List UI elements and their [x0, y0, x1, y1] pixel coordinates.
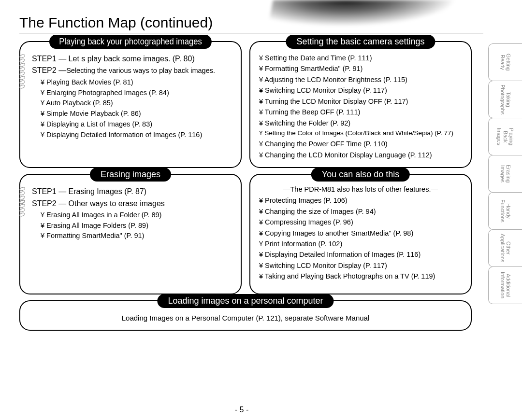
erasing-items: ¥ Erasing All Images in a Folder (P. 89)… [41, 210, 234, 241]
page-number: - 5 - [0, 406, 483, 414]
panel-title-loading: Loading images on a personal computer [157, 294, 334, 308]
panel-title-erasing: Erasing images [90, 168, 171, 182]
list-item: ¥ Print Information (P. 102) [259, 238, 464, 249]
list-item: ¥ Playing Back Movies (P. 81) [41, 77, 234, 88]
panel-title-also: You can also do this [311, 168, 410, 182]
list-item: ¥ Setting the Color of Images (Color/Bla… [259, 128, 464, 139]
also-items: ¥ Protecting Images (P. 106) ¥ Changing … [259, 195, 464, 282]
step2-prefix: STEP2 — [32, 66, 66, 74]
list-item: ¥ Formatting SmartMedia" (P. 91) [41, 231, 234, 241]
ring-binder-icon [19, 55, 26, 71]
side-tabs: Getting Ready Taking Photographs Playing… [488, 43, 522, 304]
list-item: ¥ Displaying a List of Images (P. 83) [41, 119, 234, 130]
panel-erasing: Erasing images STEP1 — Erasing Images (P… [19, 174, 242, 294]
list-item: ¥ Changing the Power OFF Time (P. 110) [259, 139, 464, 149]
list-item: ¥ Changing the LCD Monitor Display Langu… [259, 150, 464, 160]
erasing-step2: STEP2 — Other ways to erase images [32, 198, 234, 209]
step1-text: STEP1 — Let s play back some images. (P.… [32, 54, 234, 64]
playing-items: ¥ Playing Back Movies (P. 81) ¥ Enlargin… [41, 77, 234, 140]
list-item: ¥ Turning the Beep OFF (P. 111) [259, 107, 464, 117]
list-item: ¥ Compressing Images (P. 96) [259, 217, 464, 227]
list-item: ¥ Protecting Images (P. 106) [259, 195, 464, 206]
side-tab[interactable]: Additional Information [488, 266, 522, 304]
loading-text: Loading Images on a Personal Computer (P… [27, 312, 464, 323]
side-tab[interactable]: Erasing Images [488, 155, 522, 193]
list-item: ¥ Displaying Detailed Information of Ima… [259, 249, 464, 260]
erasing-step1: STEP1 — Erasing Images (P. 87) [32, 186, 234, 197]
ring-binder-icon [19, 72, 26, 88]
settings-items: ¥ Setting the Date and Time (P. 111) ¥ F… [259, 53, 464, 160]
step2-rest: Selecting the various ways to play back … [66, 67, 215, 74]
list-item: ¥ Setting the Date and Time (P. 111) [259, 53, 464, 63]
panel-title-playing: Playing back your photographed images [49, 35, 212, 49]
list-item: ¥ Erasing All Images in a Folder (P. 89) [41, 210, 234, 221]
page-content: The Function Map (continued) Playing bac… [19, 14, 483, 410]
side-tab[interactable]: Other Applications [488, 229, 522, 267]
list-item: ¥ Formatting SmartMedia" (P. 91) [259, 63, 464, 74]
list-item: ¥ Switching the Folder (P. 92) [259, 118, 464, 128]
panel-loading: Loading images on a personal computer Lo… [19, 300, 472, 331]
list-item: ¥ Simple Movie Playback (P. 86) [41, 109, 234, 119]
side-tab[interactable]: Getting Ready [488, 43, 522, 81]
panel-grid: Playing back your photographed images ST… [19, 41, 483, 331]
panel-settings: Setting the basic camera settings ¥ Sett… [249, 41, 472, 168]
also-subtitle: —The PDR-M81 also has lots of other feat… [257, 185, 464, 193]
side-tab[interactable]: Playing Back Images [488, 118, 522, 155]
list-item: ¥ Copying Images to another SmartMedia" … [259, 228, 464, 238]
list-item: ¥ Switching LCD Monitor Display (P. 117) [259, 85, 464, 96]
page-title: The Function Map (continued) [19, 14, 483, 33]
panel-playing-back: Playing back your photographed images ST… [19, 41, 242, 168]
list-item: ¥ Taking and Playing Back Photographs on… [259, 271, 464, 281]
list-item: ¥ Adjusting the LCD Monitor Brightness (… [259, 74, 464, 85]
panel-title-settings: Setting the basic camera settings [286, 35, 435, 49]
panel-also: You can also do this —The PDR-M81 also h… [249, 174, 472, 294]
list-item: ¥ Changing the size of Images (P. 94) [259, 206, 464, 217]
step2-text: STEP2 —Selecting the various ways to pla… [32, 65, 234, 76]
list-item: ¥ Switching LCD Monitor Display (P. 117) [259, 260, 464, 271]
ring-binder-icon [19, 200, 26, 216]
list-item: ¥ Erasing All Image Folders (P. 89) [41, 221, 234, 231]
list-item: ¥ Turning the LCD Monitor Display OFF (P… [259, 96, 464, 107]
side-tab[interactable]: Taking Photographs [488, 81, 522, 118]
list-item: ¥ Auto Playback (P. 85) [41, 98, 234, 109]
side-tab[interactable]: Handy Functions [488, 192, 522, 230]
list-item: ¥ Displaying Detailed Information of Ima… [41, 130, 234, 140]
list-item: ¥ Enlarging Photographed Images (P. 84) [41, 88, 234, 98]
